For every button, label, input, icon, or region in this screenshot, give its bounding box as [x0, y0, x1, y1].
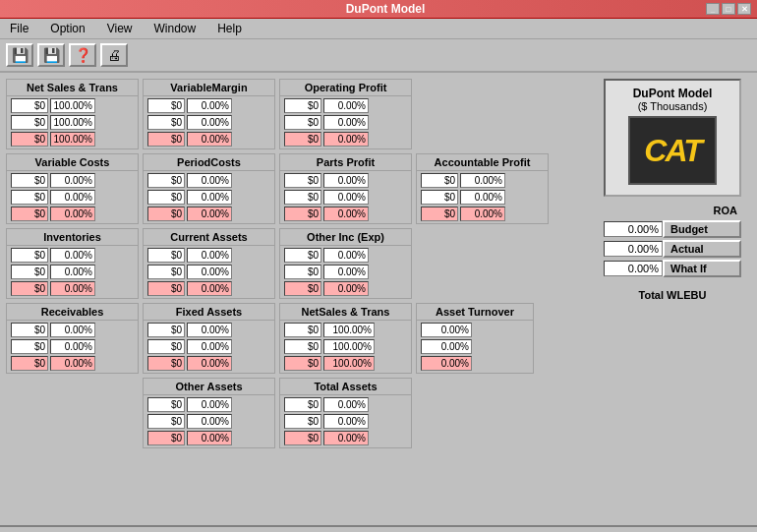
ap-val-1[interactable]: $0 — [421, 173, 458, 188]
nt-val-3[interactable]: $0 — [284, 356, 321, 371]
net-sales-pct-2[interactable]: 100.00% — [50, 115, 95, 130]
vm-pct-3[interactable]: 0.00% — [187, 132, 232, 147]
ap-pct-2[interactable]: 0.00% — [460, 190, 505, 205]
oa-pct-2[interactable]: 0.00% — [187, 414, 232, 429]
oi-pct-3[interactable]: 0.00% — [323, 281, 369, 296]
inv-pct-2[interactable]: 0.00% — [50, 265, 95, 279]
rec-pct-2[interactable]: 0.00% — [50, 339, 95, 354]
menu-file[interactable]: File — [4, 21, 34, 36]
op-val-2[interactable]: $0 — [284, 115, 321, 130]
ta-val-1[interactable]: $0 — [284, 397, 321, 412]
roa-budget-value[interactable]: 0.00% — [604, 221, 663, 237]
net-sales-val-1[interactable]: $0 — [11, 98, 48, 113]
ca-val-1[interactable]: $0 — [147, 248, 185, 263]
fa-val-1[interactable]: $0 — [147, 323, 185, 337]
fa-pct-2[interactable]: 0.00% — [187, 339, 232, 354]
oi-pct-1[interactable]: 0.00% — [323, 248, 369, 263]
net-sales-val-2[interactable]: $0 — [11, 115, 48, 130]
toolbar-save-button[interactable]: 💾 — [6, 43, 33, 67]
ca-pct-1[interactable]: 0.00% — [187, 248, 232, 263]
net-sales-pct-1[interactable]: 100.00% — [50, 98, 95, 113]
inv-pct-3[interactable]: 0.00% — [50, 281, 95, 296]
roa-actual-button[interactable]: Actual — [663, 240, 741, 258]
pp-pct-1[interactable]: 0.00% — [323, 173, 369, 188]
net-sales-pct-3[interactable]: 100.00% — [50, 132, 95, 147]
vc-pct-1[interactable]: 0.00% — [50, 173, 95, 188]
ap-pct-1[interactable]: 0.00% — [460, 173, 505, 188]
oi-val-2[interactable]: $0 — [284, 265, 321, 279]
vc-val-3[interactable]: $0 — [11, 207, 48, 221]
ap-pct-3[interactable]: 0.00% — [460, 207, 505, 221]
ta-pct-2[interactable]: 0.00% — [323, 414, 369, 429]
roa-whatif-button[interactable]: What If — [663, 260, 741, 277]
nt-pct-3[interactable]: 100.00% — [323, 356, 375, 371]
at-val-1[interactable]: 0.00% — [421, 323, 472, 337]
ca-val-2[interactable]: $0 — [147, 265, 185, 279]
inv-val-2[interactable]: $0 — [11, 265, 48, 279]
toolbar-save2-button[interactable]: 💾 — [37, 43, 65, 67]
pp-val-3[interactable]: $0 — [284, 207, 321, 221]
vc-val-1[interactable]: $0 — [11, 173, 48, 188]
fa-val-2[interactable]: $0 — [147, 339, 185, 354]
op-pct-2[interactable]: 0.00% — [323, 115, 369, 130]
op-pct-1[interactable]: 0.00% — [323, 98, 369, 113]
vm-val-3[interactable]: $0 — [147, 132, 185, 147]
vm-pct-1[interactable]: 0.00% — [187, 98, 232, 113]
roa-budget-button[interactable]: Budget — [663, 220, 741, 238]
ta-pct-1[interactable]: 0.00% — [323, 397, 369, 412]
menu-window[interactable]: Window — [148, 21, 203, 36]
oi-val-1[interactable]: $0 — [284, 248, 321, 263]
window-controls[interactable]: _ □ ✕ — [706, 3, 751, 15]
fa-pct-1[interactable]: 0.00% — [187, 323, 232, 337]
ap-val-2[interactable]: $0 — [421, 190, 458, 205]
menu-help[interactable]: Help — [211, 21, 248, 36]
pc-val-2[interactable]: $0 — [147, 190, 185, 205]
at-val-2[interactable]: 0.00% — [421, 339, 472, 354]
pc-pct-1[interactable]: 0.00% — [187, 173, 232, 188]
nt-val-1[interactable]: $0 — [284, 323, 321, 337]
pc-val-3[interactable]: $0 — [147, 207, 185, 221]
toolbar-print-button[interactable]: 🖨 — [100, 43, 128, 67]
fa-val-3[interactable]: $0 — [147, 356, 185, 371]
op-val-3[interactable]: $0 — [284, 132, 321, 147]
oa-pct-3[interactable]: 0.00% — [187, 431, 232, 445]
vm-pct-2[interactable]: 0.00% — [187, 115, 232, 130]
ca-val-3[interactable]: $0 — [147, 281, 185, 296]
inv-val-1[interactable]: $0 — [11, 248, 48, 263]
pc-pct-2[interactable]: 0.00% — [187, 190, 232, 205]
nt-pct-1[interactable]: 100.00% — [323, 323, 375, 337]
ca-pct-2[interactable]: 0.00% — [187, 265, 232, 279]
at-val-3[interactable]: 0.00% — [421, 356, 472, 371]
rec-val-1[interactable]: $0 — [11, 323, 48, 337]
rec-pct-1[interactable]: 0.00% — [50, 323, 95, 337]
vm-val-1[interactable]: $0 — [147, 98, 185, 113]
oa-val-3[interactable]: $0 — [147, 431, 185, 445]
rec-val-3[interactable]: $0 — [11, 356, 48, 371]
ap-val-3[interactable]: $0 — [421, 207, 458, 221]
oa-val-1[interactable]: $0 — [147, 397, 185, 412]
close-button[interactable]: ✕ — [737, 3, 751, 15]
vc-pct-3[interactable]: 0.00% — [50, 207, 95, 221]
roa-actual-value[interactable]: 0.00% — [604, 241, 663, 257]
pp-pct-3[interactable]: 0.00% — [323, 207, 369, 221]
pc-pct-3[interactable]: 0.00% — [187, 207, 232, 221]
vm-val-2[interactable]: $0 — [147, 115, 185, 130]
maximize-button[interactable]: □ — [722, 3, 735, 15]
toolbar-help-button[interactable]: ❓ — [69, 43, 96, 67]
op-pct-3[interactable]: 0.00% — [323, 132, 369, 147]
vc-pct-2[interactable]: 0.00% — [50, 190, 95, 205]
pc-val-1[interactable]: $0 — [147, 173, 185, 188]
ca-pct-3[interactable]: 0.00% — [187, 281, 232, 296]
oa-pct-1[interactable]: 0.00% — [187, 397, 232, 412]
menu-view[interactable]: View — [101, 21, 139, 36]
net-sales-val-3[interactable]: $0 — [11, 132, 48, 147]
pp-val-2[interactable]: $0 — [284, 190, 321, 205]
ta-val-3[interactable]: $0 — [284, 431, 321, 445]
ta-pct-3[interactable]: 0.00% — [323, 431, 369, 445]
ta-val-2[interactable]: $0 — [284, 414, 321, 429]
nt-val-2[interactable]: $0 — [284, 339, 321, 354]
minimize-button[interactable]: _ — [706, 3, 720, 15]
inv-pct-1[interactable]: 0.00% — [50, 248, 95, 263]
roa-whatif-value[interactable]: 0.00% — [604, 261, 663, 276]
inv-val-3[interactable]: $0 — [11, 281, 48, 296]
